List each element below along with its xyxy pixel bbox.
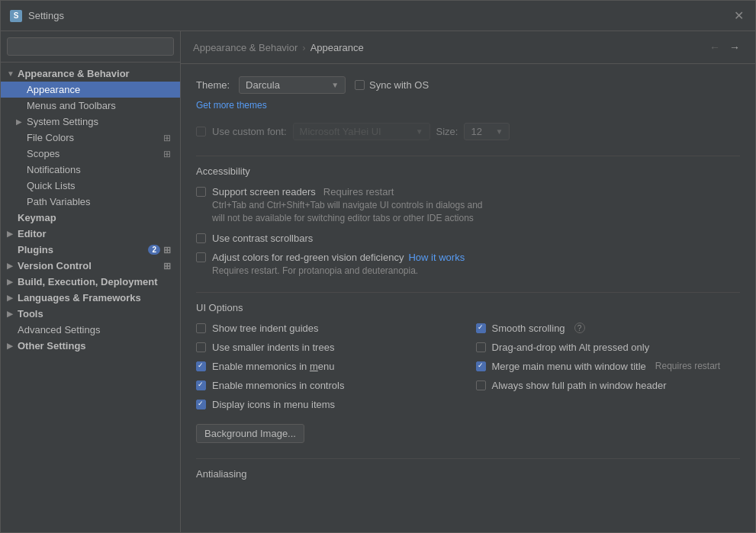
- full-path-checkbox[interactable]: [476, 380, 486, 390]
- background-image-button[interactable]: Background Image...: [196, 424, 304, 443]
- divider-1: [196, 156, 740, 156]
- sidebar-item-other-settings[interactable]: ▶ Other Settings: [1, 338, 180, 354]
- merge-menu-checkbox[interactable]: [476, 361, 486, 371]
- size-label: Size:: [436, 126, 458, 137]
- divider-3: [196, 458, 740, 459]
- display-icons-checkbox[interactable]: [196, 400, 206, 409]
- sidebar: ▼ Appearance & Behavior Appearance Menus…: [1, 31, 181, 532]
- title-bar: S Settings ✕: [1, 1, 755, 31]
- screen-readers-checkbox[interactable]: [196, 187, 206, 197]
- screen-readers-label-row: Support screen readers Requires restart: [212, 186, 483, 197]
- sidebar-item-label: Keymap: [18, 212, 174, 223]
- sidebar-item-build-execution[interactable]: ▶ Build, Execution, Deployment: [1, 274, 180, 290]
- vc-icon: ⊞: [163, 261, 174, 271]
- sync-with-os-checkbox[interactable]: [355, 80, 365, 90]
- drag-drop-item: Drag-and-drop with Alt pressed only: [476, 342, 741, 353]
- smooth-scrolling-help-icon[interactable]: ?: [574, 323, 585, 333]
- sidebar-item-file-colors[interactable]: File Colors ⊞: [1, 130, 180, 146]
- sidebar-item-label: File Colors: [27, 132, 163, 143]
- sidebar-item-label: Menus and Toolbars: [27, 100, 174, 111]
- sidebar-item-languages-frameworks[interactable]: ▶ Languages & Frameworks: [1, 290, 180, 306]
- close-button[interactable]: ✕: [731, 8, 746, 24]
- tree-indent-label: Show tree indent guides: [212, 323, 318, 334]
- chevron-down-icon: ▼: [331, 81, 339, 89]
- forward-button[interactable]: →: [726, 39, 743, 56]
- breadcrumb-separator: ›: [302, 42, 305, 53]
- app-icon: S: [10, 10, 22, 22]
- smooth-scrolling-checkbox[interactable]: [476, 323, 486, 333]
- font-select-dropdown[interactable]: Microsoft YaHei UI ▼: [293, 123, 430, 140]
- screen-readers-note: Requires restart: [323, 186, 394, 197]
- divider-2: [196, 292, 740, 293]
- sidebar-item-version-control[interactable]: ▶ Version Control ⊞: [1, 258, 180, 274]
- sidebar-item-system-settings[interactable]: ▶ System Settings: [1, 114, 180, 130]
- sidebar-item-scopes[interactable]: Scopes ⊞: [1, 146, 180, 162]
- sidebar-item-path-variables[interactable]: Path Variables: [1, 194, 180, 210]
- sidebar-item-menus-toolbars[interactable]: Menus and Toolbars: [1, 98, 180, 114]
- antialiasing-title: Antialiasing: [196, 468, 740, 480]
- accessibility-section: Accessibility Support screen readers Req…: [196, 165, 740, 277]
- sidebar-item-plugins[interactable]: Plugins 2 ⊞: [1, 242, 180, 258]
- expand-arrow: ▶: [16, 117, 27, 126]
- sidebar-item-label: Quick Lists: [27, 180, 174, 191]
- sidebar-item-label: Appearance & Behavior: [18, 68, 174, 79]
- drag-drop-checkbox[interactable]: [476, 342, 486, 352]
- red-green-item: Adjust colors for red-green vision defic…: [196, 252, 740, 278]
- get-more-themes-link[interactable]: Get more themes: [196, 100, 740, 111]
- sidebar-item-label: Languages & Frameworks: [18, 292, 174, 303]
- sidebar-item-label: Other Settings: [18, 340, 174, 352]
- search-box: [1, 31, 180, 63]
- custom-font-row: Use custom font: Microsoft YaHei UI ▼ Si…: [196, 123, 740, 140]
- settings-window: S Settings ✕ ▼ Appearance & Behavior Ap: [0, 0, 756, 533]
- panel-content: Theme: Darcula ▼ Sync with OS Get more t…: [181, 64, 755, 532]
- red-green-checkbox[interactable]: [196, 252, 206, 262]
- sidebar-item-label: Scopes: [27, 148, 163, 159]
- scopes-icon: ⊞: [163, 149, 174, 159]
- contrast-scrollbars-label: Use contrast scrollbars: [212, 233, 313, 244]
- search-input[interactable]: [7, 37, 174, 56]
- custom-font-checkbox[interactable]: [196, 127, 206, 136]
- smaller-indent-label: Use smaller indents in trees: [212, 342, 334, 353]
- sidebar-item-label: Notifications: [27, 164, 174, 175]
- sidebar-item-appearance[interactable]: Appearance: [1, 82, 180, 98]
- breadcrumb-current: Appearance: [310, 42, 364, 53]
- contrast-scrollbars-item: Use contrast scrollbars: [196, 233, 740, 244]
- content-area: ▼ Appearance & Behavior Appearance Menus…: [1, 31, 755, 532]
- sidebar-item-quick-lists[interactable]: Quick Lists: [1, 178, 180, 194]
- mnemonics-menu-checkbox[interactable]: [196, 361, 206, 371]
- sidebar-item-advanced-settings[interactable]: Advanced Settings: [1, 322, 180, 338]
- expand-arrow: ▶: [7, 342, 18, 350]
- main-panel: Appearance & Behavior › Appearance ← → T…: [181, 31, 755, 532]
- expand-arrow: ▶: [7, 278, 18, 286]
- back-button[interactable]: ←: [706, 39, 723, 56]
- screen-readers-label: Support screen readers: [212, 186, 316, 197]
- ui-options-right: Smooth scrolling ? Drag-and-drop with Al…: [476, 323, 741, 418]
- ui-options-grid: Show tree indent guides Use smaller inde…: [196, 323, 740, 418]
- tree-indent-checkbox[interactable]: [196, 323, 206, 333]
- nav-buttons: ← →: [706, 39, 743, 56]
- expand-arrow: ▶: [7, 294, 18, 302]
- smaller-indent-checkbox[interactable]: [196, 342, 206, 352]
- sidebar-item-editor[interactable]: ▶ Editor: [1, 226, 180, 242]
- sidebar-item-keymap[interactable]: Keymap: [1, 210, 180, 226]
- mnemonics-controls-item: Enable mnemonics in controls: [196, 380, 461, 391]
- mnemonics-controls-checkbox[interactable]: [196, 380, 206, 390]
- theme-select-dropdown[interactable]: Darcula ▼: [239, 76, 346, 94]
- mnemonics-menu-item: Enable mnemonics in menu: [196, 361, 461, 372]
- font-size-input[interactable]: 12 ▼: [464, 123, 510, 140]
- window-title: Settings: [28, 10, 64, 21]
- screen-readers-item: Support screen readers Requires restart …: [196, 186, 740, 225]
- sync-with-os-label: Sync with OS: [369, 79, 429, 91]
- full-path-item: Always show full path in window header: [476, 380, 741, 391]
- tree-indent-item: Show tree indent guides: [196, 323, 461, 334]
- sidebar-item-appearance-behavior[interactable]: ▼ Appearance & Behavior: [1, 66, 180, 82]
- title-bar-left: S Settings: [10, 10, 64, 22]
- how-it-works-link[interactable]: How it works: [408, 252, 465, 263]
- custom-font-label: Use custom font:: [212, 126, 287, 137]
- sidebar-item-notifications[interactable]: Notifications: [1, 162, 180, 178]
- size-chevron-icon: ▼: [496, 127, 503, 136]
- sidebar-item-label: Version Control: [18, 260, 163, 271]
- expand-arrow: ▶: [7, 262, 18, 270]
- contrast-scrollbars-checkbox[interactable]: [196, 233, 206, 243]
- sidebar-item-tools[interactable]: ▶ Tools: [1, 306, 180, 322]
